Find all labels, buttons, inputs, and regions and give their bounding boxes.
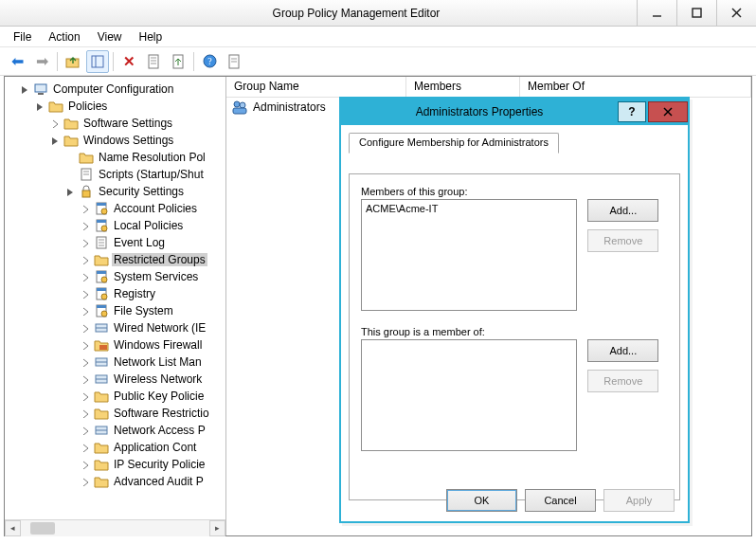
folder-icon [63, 116, 79, 131]
close-button[interactable] [716, 0, 756, 26]
scroll-track[interactable] [21, 520, 209, 536]
col-group-name[interactable]: Group Name [226, 77, 406, 97]
col-member-of[interactable]: Member Of [520, 77, 751, 97]
scroll-right-button[interactable]: ▸ [209, 520, 225, 536]
scroll-thumb[interactable] [30, 522, 55, 535]
tree-item[interactable]: Registry [112, 287, 157, 300]
scroll-left-button[interactable]: ◂ [5, 520, 21, 536]
tree-item[interactable]: Event Log [112, 236, 167, 249]
col-members[interactable]: Members [406, 77, 520, 97]
window-title: Group Policy Management Editor [76, 7, 637, 20]
menubar: File Action View Help [0, 27, 756, 47]
arrow-left-icon: ⬅ [11, 52, 24, 70]
dialog-help-button[interactable]: ? [618, 101, 646, 122]
expand-icon[interactable] [81, 460, 91, 470]
expand-icon[interactable] [81, 272, 91, 282]
tree-view[interactable]: Computer Configuration Policies Software… [5, 77, 225, 519]
expand-icon[interactable] [81, 238, 91, 248]
collapse-icon[interactable] [35, 101, 45, 112]
tree-item[interactable]: System Services [112, 270, 200, 283]
maximize-button[interactable] [676, 0, 716, 26]
collapse-icon[interactable] [50, 136, 61, 146]
list-item[interactable]: ACME\Acme-IT [366, 203, 572, 214]
expand-icon[interactable] [81, 426, 91, 436]
export-button[interactable] [167, 50, 189, 73]
cancel-button[interactable]: Cancel [525, 489, 596, 512]
tree-policies[interactable]: Policies [66, 100, 109, 113]
tree-item[interactable]: Restricted Groups [112, 253, 207, 266]
tree-item[interactable]: Windows Firewall [112, 338, 204, 352]
tree-software-settings[interactable]: Software Settings [81, 117, 174, 130]
tree-scripts[interactable]: Scripts (Startup/Shut [97, 168, 206, 181]
script-icon [79, 167, 94, 182]
svg-rect-44 [99, 345, 107, 350]
expand-icon[interactable] [81, 357, 91, 368]
tree-item[interactable]: Advanced Audit P [112, 475, 206, 488]
tree-item[interactable]: Local Policies [112, 219, 185, 232]
expand-icon[interactable] [81, 255, 91, 265]
collapse-icon[interactable] [20, 84, 30, 95]
expand-icon[interactable] [81, 477, 91, 487]
menu-action[interactable]: Action [41, 28, 87, 45]
tree-item[interactable]: File System [112, 304, 175, 317]
help-button[interactable]: ? [198, 50, 221, 73]
tree-item[interactable]: Wired Network (IE [112, 321, 207, 335]
memberof-listbox[interactable] [361, 339, 577, 451]
tree-item[interactable]: Network List Man [112, 355, 204, 369]
node-icon [94, 406, 109, 421]
back-button[interactable]: ⬅ [6, 50, 28, 73]
node-icon [94, 389, 109, 404]
tree-item[interactable]: Public Key Policie [112, 390, 206, 403]
tree-pane: Computer Configuration Policies Software… [5, 77, 226, 535]
menu-view[interactable]: View [90, 28, 130, 45]
memberof-add-button[interactable]: Add... [587, 339, 658, 362]
tree-windows-settings[interactable]: Windows Settings [81, 134, 175, 147]
tab-configure-membership[interactable]: Configure Membership for Administrators [349, 133, 559, 154]
ok-button[interactable]: OK [446, 489, 517, 512]
expand-icon[interactable] [81, 323, 91, 334]
refresh-button[interactable] [142, 50, 165, 73]
cell-group-name: Administrators [253, 100, 326, 114]
tree-nrp[interactable]: Name Resolution Pol [97, 151, 207, 164]
up-button[interactable] [62, 50, 84, 73]
tree-item[interactable]: Wireless Network [112, 372, 204, 386]
apply-button[interactable]: Apply [603, 489, 675, 512]
expand-icon[interactable] [81, 408, 91, 419]
tree-item[interactable]: IP Security Policie [112, 458, 207, 471]
forward-button[interactable]: ➡ [30, 50, 53, 73]
toolbar: ⬅ ➡ ✕ ? [0, 47, 756, 76]
memberof-label: This group is a member of: [361, 326, 668, 337]
members-listbox[interactable]: ACME\Acme-IT [361, 199, 577, 311]
expand-icon[interactable] [81, 204, 91, 214]
tree-root[interactable]: Computer Configuration [51, 82, 175, 96]
expand-icon[interactable] [81, 391, 91, 402]
tree-item[interactable]: Application Cont [112, 441, 198, 454]
dialog-titlebar[interactable]: Administrators Properties ? [341, 99, 688, 125]
collapse-icon[interactable] [65, 187, 76, 197]
expand-icon[interactable] [81, 443, 91, 453]
properties-button[interactable] [223, 50, 245, 73]
minimize-button[interactable] [637, 0, 676, 26]
menu-file[interactable]: File [6, 28, 39, 45]
members-add-button[interactable]: Add... [587, 199, 658, 222]
members-remove-button[interactable]: Remove [587, 229, 658, 252]
expand-icon[interactable] [81, 374, 91, 385]
memberof-remove-button[interactable]: Remove [587, 370, 658, 392]
node-icon [94, 372, 109, 387]
expand-icon[interactable] [81, 306, 91, 317]
folder-up-icon [65, 54, 81, 69]
tree-hscrollbar[interactable]: ◂ ▸ [5, 519, 225, 535]
expand-icon[interactable] [81, 340, 91, 351]
expand-icon[interactable] [81, 289, 91, 299]
svg-rect-22 [82, 190, 90, 197]
tree-item[interactable]: Software Restrictio [112, 407, 211, 420]
tree-security-settings[interactable]: Security Settings [97, 185, 186, 198]
expand-icon[interactable] [81, 221, 91, 231]
tree-item[interactable]: Account Policies [112, 202, 199, 215]
delete-button[interactable]: ✕ [117, 50, 140, 73]
menu-help[interactable]: Help [132, 28, 171, 45]
tree-item[interactable]: Network Access P [112, 424, 207, 437]
dialog-close-button[interactable] [648, 101, 688, 122]
show-tree-button[interactable] [86, 50, 109, 73]
expand-icon[interactable] [50, 118, 61, 129]
